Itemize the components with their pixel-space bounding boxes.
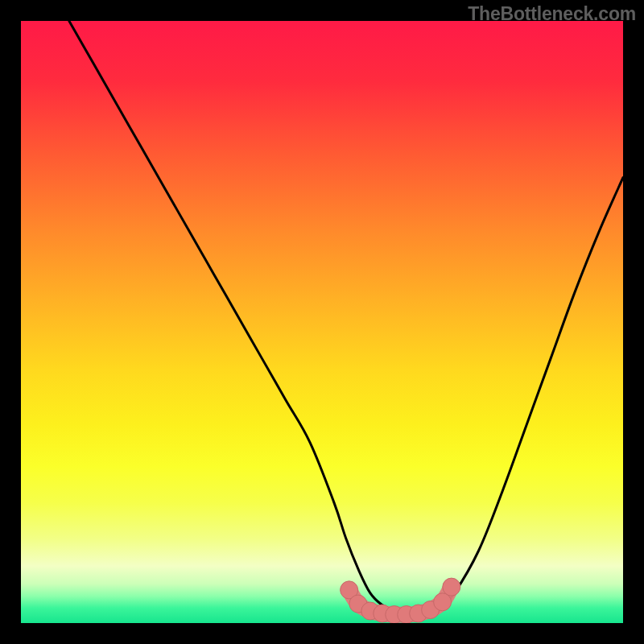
highlight-dot [434, 593, 452, 611]
plot-area [21, 21, 623, 623]
bottleneck-chart [21, 21, 623, 623]
watermark-label: TheBottleneck.com [468, 3, 636, 25]
chart-frame: TheBottleneck.com [0, 0, 644, 644]
gradient-background [21, 21, 623, 623]
highlight-dot [443, 578, 460, 596]
